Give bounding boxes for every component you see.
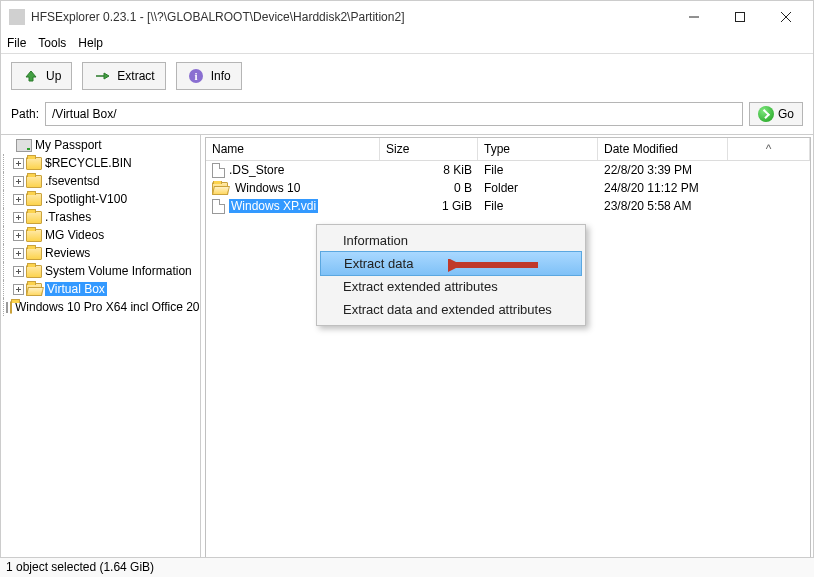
list-row[interactable]: .DS_Store8 KiBFile22/8/20 3:39 PM — [206, 161, 810, 179]
extract-button[interactable]: Extract — [82, 62, 165, 90]
info-icon: i — [187, 67, 205, 85]
list-header: Name Size Type Date Modified ^ — [206, 138, 810, 161]
svg-text:i: i — [194, 70, 197, 82]
column-name[interactable]: Name — [206, 138, 380, 160]
folder-icon — [26, 265, 42, 278]
context-menu-item[interactable]: Extract data — [320, 251, 582, 276]
column-type[interactable]: Type — [478, 138, 598, 160]
row-name: .DS_Store — [229, 163, 284, 177]
list-row[interactable]: Windows 100 BFolder24/8/20 11:12 PM — [206, 179, 810, 197]
folder-icon — [26, 157, 42, 170]
row-size: 0 B — [380, 181, 478, 195]
maximize-button[interactable] — [717, 2, 763, 32]
folder-icon — [26, 247, 42, 260]
tree-item[interactable]: $RECYCLE.BIN — [1, 154, 200, 172]
column-date[interactable]: Date Modified — [598, 138, 728, 160]
menu-tools[interactable]: Tools — [38, 36, 66, 50]
menubar: File Tools Help — [1, 33, 813, 53]
expand-icon[interactable] — [6, 302, 8, 313]
file-icon — [212, 199, 225, 214]
row-date: 22/8/20 3:39 PM — [598, 163, 728, 177]
row-type: File — [478, 163, 598, 177]
titlebar: HFSExplorer 0.23.1 - [\\?\GLOBALROOT\Dev… — [1, 1, 813, 33]
expand-icon[interactable] — [13, 158, 24, 169]
minimize-button[interactable] — [671, 2, 717, 32]
tree-item-label: System Volume Information — [45, 264, 192, 278]
tree-item-label: $RECYCLE.BIN — [45, 156, 132, 170]
context-menu: InformationExtract dataExtract extended … — [316, 224, 586, 326]
window-title: HFSExplorer 0.23.1 - [\\?\GLOBALROOT\Dev… — [31, 10, 671, 24]
toolbar: Up Extract i Info — [1, 53, 813, 98]
row-type: File — [478, 199, 598, 213]
info-button[interactable]: i Info — [176, 62, 242, 90]
path-label: Path: — [11, 107, 39, 121]
up-label: Up — [46, 69, 61, 83]
tree-root-label: My Passport — [35, 138, 102, 152]
tree-item[interactable]: Virtual Box — [1, 280, 200, 298]
folder-icon — [26, 175, 42, 188]
tree-item[interactable]: Windows 10 Pro X64 incl Office 2019 — [1, 298, 200, 316]
tree-item[interactable]: .fseventsd — [1, 172, 200, 190]
tree-item-label: Reviews — [45, 246, 90, 260]
column-size[interactable]: Size — [380, 138, 478, 160]
folder-icon — [26, 283, 42, 296]
expand-icon[interactable] — [13, 284, 24, 295]
context-menu-item[interactable]: Extract extended attributes — [319, 275, 583, 298]
expand-icon[interactable] — [13, 230, 24, 241]
go-icon — [758, 106, 774, 122]
go-button[interactable]: Go — [749, 102, 803, 126]
file-list[interactable]: Name Size Type Date Modified ^ .DS_Store… — [205, 137, 811, 577]
extract-label: Extract — [117, 69, 154, 83]
folder-icon — [212, 182, 228, 195]
drive-icon — [16, 139, 32, 152]
folder-icon — [26, 193, 42, 206]
folder-icon — [26, 229, 42, 242]
expand-icon[interactable] — [13, 248, 24, 259]
row-name: Windows 10 — [235, 181, 300, 195]
path-row: Path: Go — [1, 98, 813, 134]
expand-icon[interactable] — [13, 212, 24, 223]
tree-item-label: Virtual Box — [45, 282, 107, 296]
row-name: Windows XP.vdi — [229, 199, 318, 213]
row-size: 1 GiB — [380, 199, 478, 213]
tree-item-label: Windows 10 Pro X64 incl Office 2019 — [15, 300, 201, 314]
path-input[interactable] — [45, 102, 743, 126]
context-menu-item[interactable]: Information — [319, 229, 583, 252]
extract-arrow-icon — [93, 67, 111, 85]
row-size: 8 KiB — [380, 163, 478, 177]
expand-icon[interactable] — [13, 266, 24, 277]
tree-item-label: .Spotlight-V100 — [45, 192, 127, 206]
status-bar: 1 object selected (1.64 GiB) — [0, 557, 814, 577]
tree-item-label: .fseventsd — [45, 174, 100, 188]
menu-help[interactable]: Help — [78, 36, 103, 50]
close-button[interactable] — [763, 2, 809, 32]
tree-item-label: MG Videos — [45, 228, 104, 242]
folder-icon — [10, 301, 12, 314]
row-type: Folder — [478, 181, 598, 195]
folder-tree[interactable]: My Passport$RECYCLE.BIN.fseventsd.Spotli… — [1, 135, 201, 577]
tree-item-label: .Trashes — [45, 210, 91, 224]
row-date: 23/8/20 5:58 AM — [598, 199, 728, 213]
context-menu-item[interactable]: Extract data and extended attributes — [319, 298, 583, 321]
go-label: Go — [778, 107, 794, 121]
tree-item[interactable]: .Trashes — [1, 208, 200, 226]
tree-item[interactable]: MG Videos — [1, 226, 200, 244]
tree-item[interactable]: .Spotlight-V100 — [1, 190, 200, 208]
expand-icon[interactable] — [13, 176, 24, 187]
file-icon — [212, 163, 225, 178]
app-icon — [9, 9, 25, 25]
column-sort-indicator[interactable]: ^ — [728, 138, 810, 160]
up-button[interactable]: Up — [11, 62, 72, 90]
svg-rect-1 — [736, 13, 745, 22]
row-date: 24/8/20 11:12 PM — [598, 181, 728, 195]
info-label: Info — [211, 69, 231, 83]
list-row[interactable]: Windows XP.vdi1 GiBFile23/8/20 5:58 AM — [206, 197, 810, 215]
menu-file[interactable]: File — [7, 36, 26, 50]
expand-icon[interactable] — [13, 194, 24, 205]
folder-icon — [26, 211, 42, 224]
tree-item[interactable]: System Volume Information — [1, 262, 200, 280]
tree-item[interactable]: Reviews — [1, 244, 200, 262]
up-arrow-icon — [22, 67, 40, 85]
